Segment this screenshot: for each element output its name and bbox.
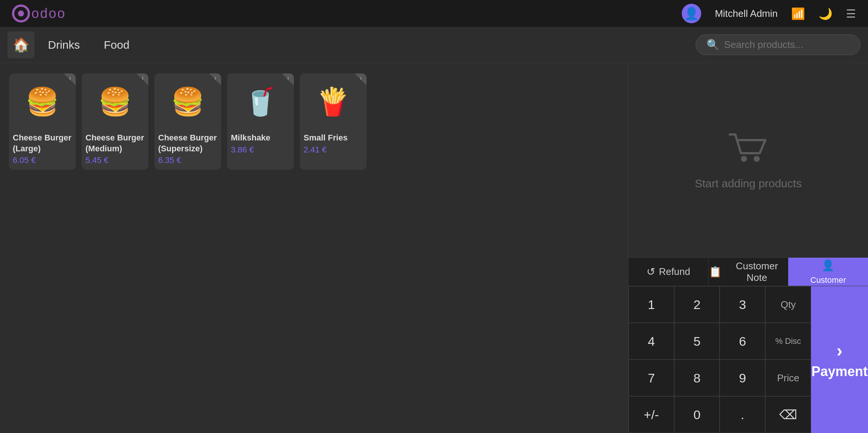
product-image: 🍔 xyxy=(82,73,148,130)
odoo-logo: odoo xyxy=(12,4,66,22)
key-7[interactable]: 7 xyxy=(629,360,674,396)
products-area: 🍔 i Cheese Burger (Large) 6.05 € 🍔 i Che… xyxy=(0,63,628,433)
product-price: 3.86 € xyxy=(227,145,294,155)
key-2[interactable]: 2 xyxy=(674,286,720,323)
product-name: Milkshake xyxy=(227,130,294,145)
key-3[interactable]: 3 xyxy=(720,286,765,323)
product-image: 🍔 xyxy=(9,73,76,130)
search-icon: 🔍 xyxy=(706,39,720,51)
refund-icon: ↺ xyxy=(647,266,655,278)
product-price: 6.35 € xyxy=(154,155,221,165)
product-card-cheese-burger-large[interactable]: 🍔 i Cheese Burger (Large) 6.05 € xyxy=(9,73,76,170)
cart-empty: Start adding products xyxy=(629,63,868,257)
search-bar: 🔍 xyxy=(696,34,861,55)
payment-button[interactable]: › Payment xyxy=(811,286,868,433)
main-area: 🍔 i Cheese Burger (Large) 6.05 € 🍔 i Che… xyxy=(0,63,868,433)
key-5[interactable]: 5 xyxy=(674,323,720,360)
product-name: Cheese Burger (Medium) xyxy=(82,130,148,155)
numpad-grid: 1 2 3 Qty › Payment 4 5 6 % Disc 7 8 9 P… xyxy=(629,286,868,433)
svg-point-0 xyxy=(741,156,747,162)
key-9[interactable]: 9 xyxy=(720,360,765,396)
svg-point-1 xyxy=(754,156,760,162)
products-grid: 🍔 i Cheese Burger (Large) 6.05 € 🍔 i Che… xyxy=(9,73,619,170)
cart-empty-text: Start adding products xyxy=(695,177,802,190)
logo-icon xyxy=(12,4,30,22)
product-card-small-fries[interactable]: 🍟 i Small Fries 2.41 € xyxy=(300,73,367,170)
wifi-icon: 📶 xyxy=(791,7,805,20)
bottom-section: ↺ Refund 📋 Customer Note 👤 Customer 1 2 … xyxy=(629,257,868,433)
moon-icon: 🌙 xyxy=(819,7,832,20)
qty-button[interactable]: Qty xyxy=(765,286,811,323)
category-food[interactable]: Food xyxy=(93,35,140,55)
product-name: Cheese Burger (Supersize) xyxy=(154,130,221,155)
product-image: 🍟 xyxy=(300,73,367,130)
home-button[interactable]: 🏠 xyxy=(7,31,34,58)
key-4[interactable]: 4 xyxy=(629,323,674,360)
key-8[interactable]: 8 xyxy=(674,360,720,396)
key-plusminus[interactable]: +/- xyxy=(629,396,674,433)
product-card-cheese-burger-medium[interactable]: 🍔 i Cheese Burger (Medium) 5.45 € xyxy=(82,73,148,170)
product-name: Small Fries xyxy=(300,130,367,145)
top-nav: odoo 👤 Mitchell Admin 📶 🌙 ☰ xyxy=(0,0,868,27)
action-buttons: ↺ Refund 📋 Customer Note 👤 Customer xyxy=(629,258,868,286)
payment-chevron-icon: › xyxy=(837,340,843,361)
price-button[interactable]: Price xyxy=(765,360,811,396)
payment-label: Payment xyxy=(811,364,868,379)
product-image: 🍔 xyxy=(154,73,221,130)
product-card-milkshake[interactable]: 🥤 i Milkshake 3.86 € xyxy=(227,73,294,170)
product-image: 🥤 xyxy=(227,73,294,130)
customer-button[interactable]: 👤 Customer xyxy=(788,258,868,286)
key-1[interactable]: 1 xyxy=(629,286,674,323)
refund-button[interactable]: ↺ Refund xyxy=(629,258,709,286)
category-drinks[interactable]: Drinks xyxy=(37,35,90,55)
avatar: 👤 xyxy=(682,4,701,23)
key-0[interactable]: 0 xyxy=(674,396,720,433)
product-price: 5.45 € xyxy=(82,155,148,165)
category-bar: 🏠 Drinks Food 🔍 xyxy=(0,27,868,63)
home-icon: 🏠 xyxy=(13,37,30,53)
product-card-cheese-burger-supersize[interactable]: 🍔 i Cheese Burger (Supersize) 6.35 € xyxy=(154,73,221,170)
logo-text: odoo xyxy=(31,6,66,21)
customer-note-button[interactable]: 📋 Customer Note xyxy=(709,258,789,286)
customer-icon: 👤 xyxy=(822,259,835,272)
hamburger-menu-icon[interactable]: ☰ xyxy=(846,7,856,20)
nav-right: 👤 Mitchell Admin 📶 🌙 ☰ xyxy=(682,4,856,23)
cart-icon xyxy=(726,131,771,168)
product-price: 2.41 € xyxy=(300,145,367,155)
product-name: Cheese Burger (Large) xyxy=(9,130,76,155)
right-panel: Start adding products ↺ Refund 📋 Custome… xyxy=(628,63,868,433)
key-6[interactable]: 6 xyxy=(720,323,765,360)
product-price: 6.05 € xyxy=(9,155,76,165)
key-dot[interactable]: . xyxy=(720,396,765,433)
user-name: Mitchell Admin xyxy=(715,8,778,19)
search-input[interactable] xyxy=(724,39,850,51)
key-backspace[interactable]: ⌫ xyxy=(765,396,811,433)
disc-button[interactable]: % Disc xyxy=(765,323,811,360)
note-icon: 📋 xyxy=(709,266,722,278)
